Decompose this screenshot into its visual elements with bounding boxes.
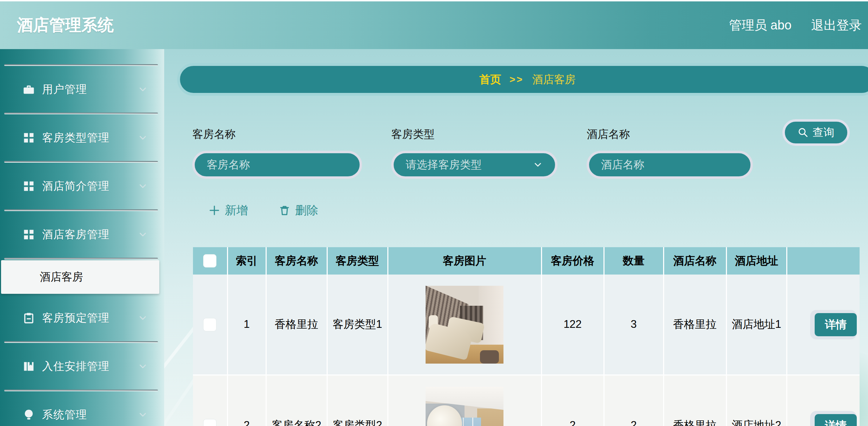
- cell-actions: 详情: [787, 275, 860, 375]
- column-header-actions: [787, 247, 860, 275]
- sidebar-divider: [4, 258, 158, 259]
- main-content: 首页 >> 酒店客房 客房名称 客房类型 请选择客房类型 酒店名称: [164, 49, 868, 426]
- grid-icon: [22, 131, 35, 144]
- breadcrumb: 首页 >> 酒店客房: [177, 63, 868, 96]
- sidebar-item-user-management[interactable]: 用户管理: [0, 66, 164, 113]
- breadcrumb-current: 酒店客房: [532, 72, 576, 87]
- chevron-down-icon: [533, 160, 543, 170]
- column-header-room-image: 客房图片: [388, 247, 541, 275]
- sidebar-item-system-management[interactable]: 系统管理: [0, 391, 164, 426]
- chevron-down-icon: [138, 361, 148, 372]
- hotel-name-input[interactable]: [587, 151, 753, 179]
- cell-room-name: 香格里拉: [266, 275, 327, 375]
- sidebar-item-hotel-intro-management[interactable]: 酒店简介管理: [0, 163, 164, 209]
- column-header-quantity: 数量: [604, 247, 663, 275]
- cell-room-name: 客房名称2: [266, 375, 327, 426]
- column-header-room-price: 客房价格: [541, 247, 604, 275]
- bulb-icon: [22, 408, 35, 421]
- room-type-select-placeholder: 请选择客房类型: [406, 157, 482, 172]
- cell-hotel-name: 香格里拉: [663, 275, 726, 375]
- chevron-down-icon: [138, 181, 148, 191]
- detail-button[interactable]: 详情: [815, 313, 857, 336]
- header-select-all-cell: [193, 247, 227, 275]
- row-checkbox[interactable]: [203, 419, 216, 426]
- add-button-label: 新增: [225, 203, 248, 218]
- sidebar-item-checkin-management[interactable]: 入住安排管理: [0, 343, 164, 390]
- grid-icon: [22, 228, 35, 241]
- hotel-management-app: 酒店管理系统 管理员 abo 退出登录 用户管理: [0, 0, 868, 426]
- cell-hotel-address: 酒店地址2: [726, 375, 787, 426]
- breadcrumb-home-link[interactable]: 首页: [479, 72, 501, 87]
- cell-hotel-address: 酒店地址1: [726, 275, 787, 375]
- delete-button[interactable]: 删除: [279, 201, 318, 220]
- cell-actions: 详情: [787, 375, 860, 426]
- sidebar-item-label: 客房预定管理: [42, 311, 109, 325]
- detail-button-shadow: 详情: [810, 310, 857, 339]
- column-header-hotel-name: 酒店名称: [663, 247, 726, 275]
- table-header-row: 索引 客房名称 客房类型 客房图片 客房价格 数量 酒店名称 酒店地址: [193, 247, 860, 275]
- column-header-room-type: 客房类型: [327, 247, 388, 275]
- sidebar-item-room-type-management[interactable]: 客房类型管理: [0, 114, 164, 161]
- sidebar-item-label: 酒店简介管理: [42, 179, 109, 194]
- sidebar-item-label: 客房类型管理: [42, 130, 109, 145]
- chevron-down-icon: [138, 313, 148, 323]
- cell-room-price: 122: [541, 275, 604, 375]
- body-layout: 用户管理 客房类型管理: [0, 49, 868, 426]
- sidebar-item-label: 入住安排管理: [42, 359, 109, 374]
- row-select-cell: [193, 275, 227, 375]
- room-image-bedroom: [426, 286, 503, 364]
- sidebar-item-room-booking-management[interactable]: 客房预定管理: [0, 295, 164, 341]
- sidebar-item-label: 酒店客房管理: [42, 227, 109, 242]
- room-name-label: 客房名称: [192, 127, 362, 142]
- cell-hotel-name: 香格里拉: [663, 375, 726, 426]
- search-group-hotel-name: 酒店名称: [587, 127, 753, 179]
- cell-quantity: 2: [604, 375, 663, 426]
- detail-button-shadow: 详情: [810, 411, 857, 426]
- plus-icon: [209, 205, 220, 216]
- search-group-room-type: 客房类型 请选择客房类型: [391, 127, 557, 179]
- clipboard-icon: [22, 312, 35, 324]
- rooms-table: 索引 客房名称 客房类型 客房图片 客房价格 数量 酒店名称 酒店地址: [193, 247, 860, 426]
- column-header-hotel-address: 酒店地址: [726, 247, 787, 275]
- chevron-down-icon: [138, 84, 148, 95]
- search-icon: [798, 127, 808, 138]
- room-type-select[interactable]: 请选择客房类型: [391, 151, 557, 179]
- chevron-down-icon: [138, 133, 148, 143]
- column-header-index: 索引: [227, 247, 266, 275]
- search-group-room-name: 客房名称: [192, 127, 362, 179]
- delete-button-label: 删除: [295, 203, 318, 218]
- cell-room-type: 客房类型2: [327, 375, 388, 426]
- chevron-down-icon: [138, 410, 148, 420]
- cell-index: 2: [227, 375, 266, 426]
- trash-icon: [279, 205, 290, 216]
- logout-link[interactable]: 退出登录: [811, 17, 862, 34]
- room-image-lobby: [426, 387, 503, 426]
- cell-room-type: 客房类型1: [327, 275, 388, 375]
- query-button[interactable]: 查询: [782, 119, 850, 146]
- table-row: 2 客房名称2 客房类型2 2 2 香格里拉: [193, 375, 860, 426]
- cell-room-price: 2: [541, 375, 604, 426]
- sidebar: 用户管理 客房类型管理: [0, 49, 164, 426]
- cell-room-image: [388, 375, 541, 426]
- briefcase-icon: [22, 83, 35, 96]
- book-icon: [22, 360, 35, 373]
- column-header-room-name: 客房名称: [266, 247, 327, 275]
- detail-button[interactable]: 详情: [815, 414, 857, 426]
- grid-icon: [22, 180, 35, 192]
- room-type-label: 客房类型: [391, 127, 557, 142]
- sidebar-item-hotel-room-management[interactable]: 酒店客房管理: [0, 211, 164, 258]
- cell-room-image: [388, 275, 541, 375]
- sidebar-subitem-hotel-room-active[interactable]: 酒店客房: [1, 260, 159, 294]
- select-all-checkbox[interactable]: [203, 254, 216, 268]
- sidebar-item-label: 用户管理: [42, 82, 87, 97]
- cell-index: 1: [227, 275, 266, 375]
- room-name-input[interactable]: [192, 151, 362, 179]
- header-right: 管理员 abo 退出登录: [729, 17, 862, 34]
- table-row: 1 香格里拉 客房类型1 122 3 香格里拉: [193, 275, 860, 375]
- chevron-down-icon: [138, 229, 148, 240]
- row-checkbox[interactable]: [203, 318, 216, 331]
- add-button[interactable]: 新增: [209, 201, 248, 220]
- app-header: 酒店管理系统 管理员 abo 退出登录: [0, 0, 868, 49]
- cell-quantity: 3: [604, 275, 663, 375]
- sidebar-item-label: 系统管理: [42, 407, 87, 422]
